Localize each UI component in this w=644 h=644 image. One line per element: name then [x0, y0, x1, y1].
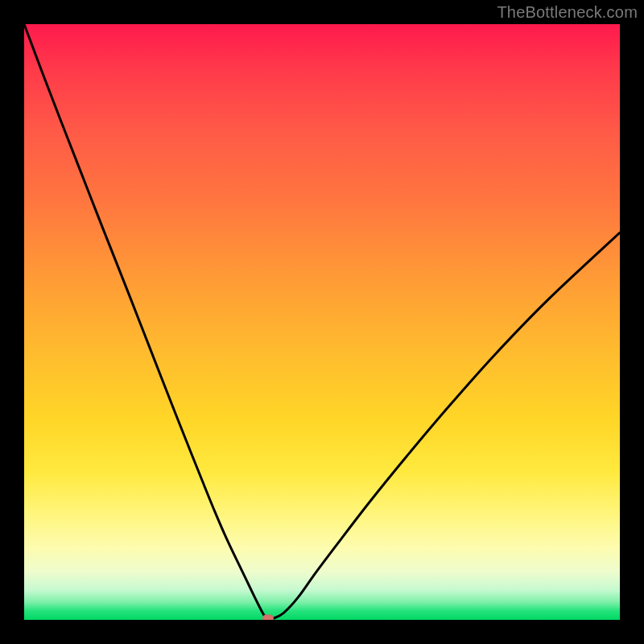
bottleneck-curve: [24, 24, 620, 618]
plot-area: [24, 24, 620, 620]
chart-frame: TheBottleneck.com: [0, 0, 644, 644]
watermark-text: TheBottleneck.com: [497, 3, 638, 22]
optimum-marker: [262, 614, 274, 620]
curve-svg: [24, 24, 620, 620]
